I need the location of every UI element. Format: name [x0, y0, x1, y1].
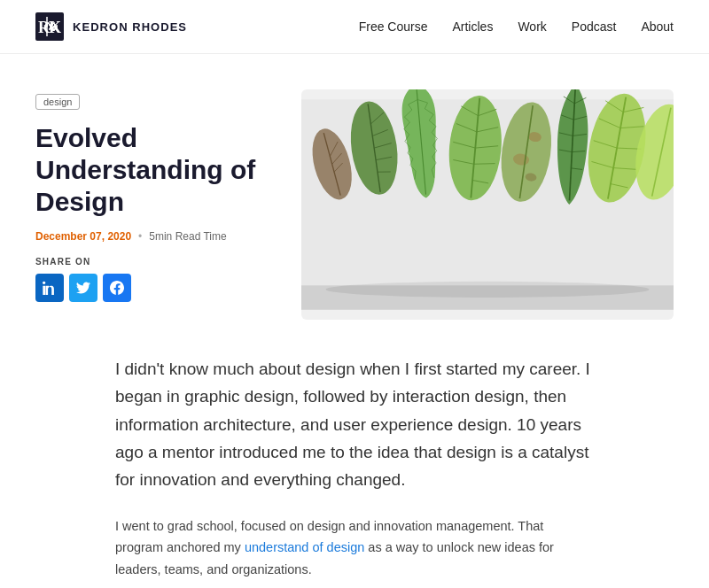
share-facebook-button[interactable]: [103, 274, 131, 302]
share-buttons: [35, 274, 275, 302]
article-meta: December 07, 2020 • 5min Read Time: [35, 230, 275, 243]
page-content: design Evolved Understanding of Design D…: [0, 54, 709, 588]
understand-design-link[interactable]: understand of design: [245, 540, 364, 554]
svg-point-59: [325, 282, 649, 298]
meta-separator: •: [138, 230, 142, 243]
site-header: ꩠ R K KEDRON RHODES Free Course Articles…: [0, 0, 709, 54]
top-section: design Evolved Understanding of Design D…: [35, 54, 674, 346]
article-paragraph-1: I went to grad school, focused on design…: [115, 515, 594, 581]
article-intro-paragraph: I didn't know much about design when I f…: [115, 355, 594, 494]
nav-about[interactable]: About: [641, 19, 674, 34]
article-body: I didn't know much about design when I f…: [115, 346, 594, 588]
share-twitter-button[interactable]: [69, 274, 97, 302]
linkedin-icon: [43, 281, 57, 295]
article-title: Evolved Understanding of Design: [35, 122, 275, 218]
share-linkedin-button[interactable]: [35, 274, 64, 302]
main-nav: Free Course Articles Work Podcast About: [359, 19, 674, 34]
nav-work[interactable]: Work: [518, 19, 546, 34]
article-read-time: 5min Read Time: [149, 230, 226, 243]
twitter-icon: [76, 281, 90, 295]
nav-articles[interactable]: Articles: [452, 19, 493, 34]
logo-text: KEDRON RHODES: [73, 20, 187, 34]
nav-podcast[interactable]: Podcast: [572, 19, 617, 34]
nav-free-course[interactable]: Free Course: [359, 19, 428, 34]
logo-icon: ꩠ R K: [35, 12, 64, 41]
logo: ꩠ R K KEDRON RHODES: [35, 12, 187, 41]
share-label: SHARE ON: [35, 257, 275, 267]
facebook-icon: [110, 281, 124, 295]
article-tag: design: [35, 94, 80, 110]
article-date: December 07, 2020: [35, 230, 131, 243]
leaves-svg: [301, 89, 674, 320]
article-left-col: design Evolved Understanding of Design D…: [35, 89, 275, 302]
svg-text:K: K: [49, 19, 62, 36]
hero-image: [301, 89, 674, 320]
